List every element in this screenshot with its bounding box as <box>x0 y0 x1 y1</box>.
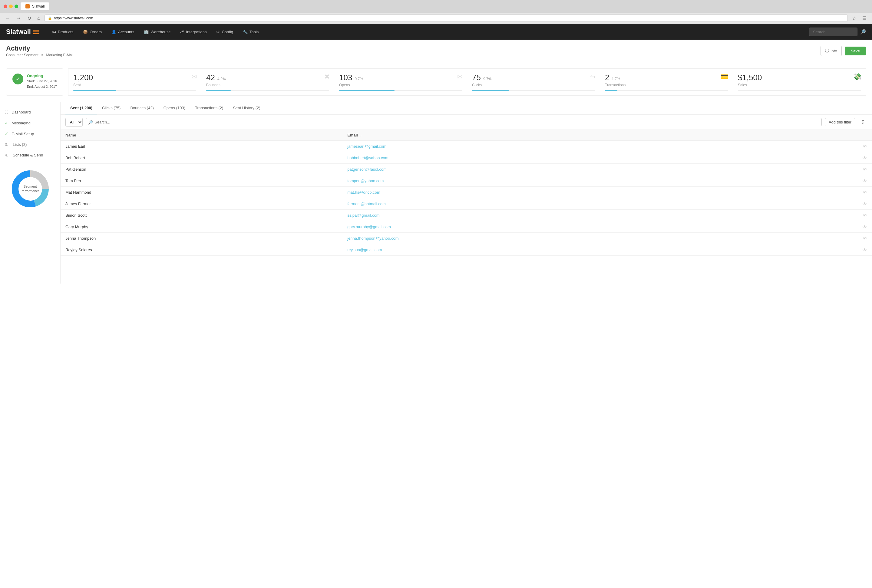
cell-email-3[interactable]: tompen@yahoo.com <box>343 175 772 187</box>
nav-label-integrations: Integrations <box>186 30 206 34</box>
tab-favicon <box>26 4 30 9</box>
tab-opens[interactable]: Opens (103) <box>159 102 190 114</box>
cell-actions-3: 👁 <box>772 175 872 187</box>
view-icon-9[interactable]: 👁 <box>863 247 867 252</box>
stat-transactions-bar-fill <box>605 90 617 91</box>
page-header-actions: ⓘ Info Save <box>821 46 866 56</box>
cell-email-4[interactable]: mat.hs@dncp.com <box>343 187 772 198</box>
col-name[interactable]: Name ↕ <box>60 130 343 141</box>
view-icon-5[interactable]: 👁 <box>863 201 867 206</box>
tab-sent[interactable]: Sent (1,200) <box>65 102 97 114</box>
table-row: Mat Hammond mat.hs@dncp.com 👁 <box>60 187 872 198</box>
view-icon-7[interactable]: 👁 <box>863 224 867 230</box>
view-icon-6[interactable]: 👁 <box>863 213 867 218</box>
tab-transactions[interactable]: Transactions (2) <box>190 102 228 114</box>
breadcrumb-parent[interactable]: Consumer Segment <box>6 53 38 57</box>
nav-logo[interactable]: Slatwall <box>6 28 39 36</box>
stat-opens-main: 103 9.7% <box>339 73 462 82</box>
clicks-icon: ↪ <box>590 73 595 81</box>
cell-email-7[interactable]: gary.murphy@gmail.com <box>343 221 772 233</box>
download-button[interactable]: ↧ <box>858 118 867 126</box>
cell-actions-9: 👁 <box>772 244 872 256</box>
add-filter-button[interactable]: Add this filter <box>825 118 855 126</box>
sidebar-item-lists[interactable]: 3. Lists (2) <box>0 139 60 150</box>
cell-email-0[interactable]: jamesearl@gmail.com <box>343 141 772 152</box>
col-email-label: Email <box>347 133 358 137</box>
nav-label-accounts: Accounts <box>118 30 134 34</box>
minimize-dot[interactable] <box>9 4 13 8</box>
person-icon: 👤 <box>111 30 116 34</box>
stat-transactions: 💳 2 1.7% Transactions <box>600 68 733 96</box>
maximize-dot[interactable] <box>15 4 18 8</box>
nav-search-icon[interactable]: 🔎 <box>860 29 866 35</box>
stat-opens-value: 103 <box>339 73 352 82</box>
stat-sales-value: $1,500 <box>738 73 762 82</box>
stat-transactions-bar <box>605 90 728 91</box>
sent-icon: ✉ <box>191 73 197 81</box>
cell-name-6: Simon Scott <box>60 210 343 221</box>
cell-actions-8: 👁 <box>772 233 872 244</box>
stat-clicks-bar-fill <box>472 90 509 91</box>
sidebar-item-messaging[interactable]: ✓ Messaging <box>0 117 60 128</box>
search-input[interactable] <box>809 27 857 36</box>
cell-email-8[interactable]: jenna.thompson@yahoo.com <box>343 233 772 244</box>
cell-email-1[interactable]: bobbobert@yahoo.com <box>343 152 772 164</box>
nav-label-warehouse: Warehouse <box>150 30 170 34</box>
sidebar-label-email-setup: E-Mail Setup <box>12 132 34 136</box>
stat-bounces-label: Bounces <box>206 83 329 87</box>
settings-button[interactable]: ☰ <box>860 15 868 22</box>
sidebar: ☷ Dashboard ✓ Messaging ✓ E-Mail Setup 3… <box>0 102 60 284</box>
tab-bounces[interactable]: Bounces (42) <box>125 102 158 114</box>
nav-item-integrations[interactable]: ☍ Integrations <box>176 27 211 37</box>
col-actions <box>772 130 872 141</box>
bookmark-button[interactable]: ☆ <box>850 15 858 22</box>
table-row: Pat Genson patgenson@fasol.com 👁 <box>60 164 872 175</box>
table-body: James Earl jamesearl@gmail.com 👁 Bob Bob… <box>60 141 872 256</box>
nav-item-tools[interactable]: 🔧 Tools <box>239 27 263 37</box>
tab-sent-history[interactable]: Sent History (2) <box>228 102 265 114</box>
close-dot[interactable] <box>4 4 7 8</box>
home-button[interactable]: ⌂ <box>35 15 42 21</box>
nav-label-products: Products <box>58 30 73 34</box>
view-icon-8[interactable]: 👁 <box>863 236 867 241</box>
filter-all-select[interactable]: All <box>65 118 83 126</box>
status-icon: ✓ <box>12 74 23 84</box>
forward-button[interactable]: → <box>15 15 23 21</box>
cell-email-5[interactable]: farmer.j@hotmail.com <box>343 198 772 210</box>
sort-icon-name: ↕ <box>78 134 80 137</box>
warehouse-icon: 🏢 <box>144 30 149 34</box>
view-icon-1[interactable]: 👁 <box>863 155 867 160</box>
save-button[interactable]: Save <box>845 46 866 56</box>
view-icon-0[interactable]: 👁 <box>863 144 867 149</box>
url-bar[interactable]: 🔒 https://www.slatwall.com <box>45 15 848 22</box>
info-button[interactable]: ⓘ Info <box>821 46 842 56</box>
stat-bounces-bar-fill <box>206 90 231 91</box>
browser-chrome: Slatwall ← → ↻ ⌂ 🔒 https://www.slatwall.… <box>0 0 872 24</box>
nav-item-config[interactable]: ⚙ Config <box>212 27 238 37</box>
browser-tab[interactable]: Slatwall <box>21 2 50 10</box>
col-email[interactable]: Email ↕ <box>343 130 772 141</box>
view-icon-3[interactable]: 👁 <box>863 178 867 183</box>
refresh-button[interactable]: ↻ <box>26 15 33 22</box>
table-header: Name ↕ Email ↕ <box>60 130 872 141</box>
back-button[interactable]: ← <box>4 15 12 21</box>
cell-email-9[interactable]: rey.sun@gmail.com <box>343 244 772 256</box>
view-icon-4[interactable]: 👁 <box>863 190 867 195</box>
sidebar-item-dashboard[interactable]: ☷ Dashboard <box>0 107 60 117</box>
nav-item-accounts[interactable]: 👤 Accounts <box>107 27 138 37</box>
filter-search-input[interactable] <box>86 118 822 126</box>
stats-bar: ✓ Ongoing Start: June 27, 2016 End: Augu… <box>0 62 872 102</box>
nav-item-warehouse[interactable]: 🏢 Warehouse <box>140 27 175 37</box>
tab-clicks[interactable]: Clicks (75) <box>97 102 125 114</box>
stat-sales-label: Sales <box>738 83 861 87</box>
stat-clicks-label: Clicks <box>472 83 595 87</box>
connect-icon: ☍ <box>180 30 184 34</box>
cell-email-2[interactable]: patgenson@fasol.com <box>343 164 772 175</box>
nav-item-products[interactable]: 🏷 Products <box>48 27 78 37</box>
sidebar-item-schedule[interactable]: 4. Schedule & Send <box>0 150 60 160</box>
nav-item-orders[interactable]: 📦 Orders <box>79 27 106 37</box>
cell-email-6[interactable]: ss.pal@gmail.com <box>343 210 772 221</box>
view-icon-2[interactable]: 👁 <box>863 167 867 172</box>
sidebar-item-email-setup[interactable]: ✓ E-Mail Setup <box>0 128 60 139</box>
status-dates: Start: June 27, 2016 End: August 2, 2017 <box>27 79 57 89</box>
